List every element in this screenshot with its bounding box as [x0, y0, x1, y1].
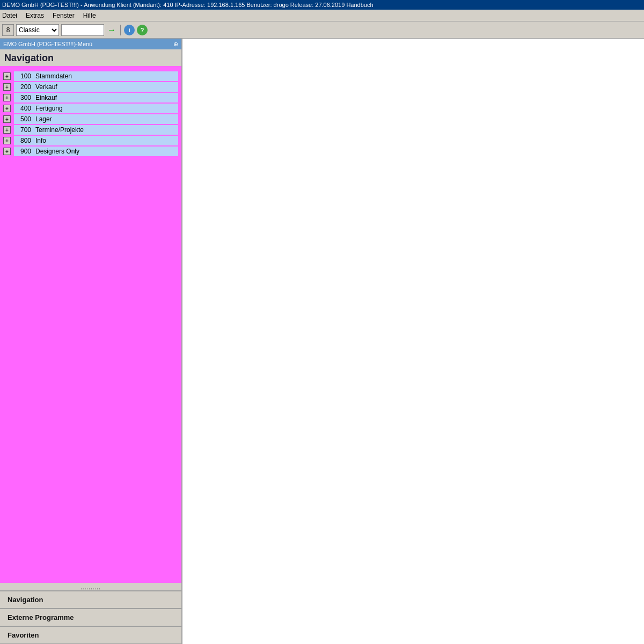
nav-item-label: Info [33, 137, 46, 144]
expand-icon[interactable]: + [3, 148, 11, 155]
sidebar-nav-title: Navigation [0, 49, 181, 66]
nav-item[interactable]: +200Verkauf [3, 82, 178, 92]
nav-item-number: 200 [16, 83, 33, 91]
nav-item-label: Einkauf [33, 94, 57, 101]
nav-item-number: 700 [16, 126, 33, 134]
title-bar-text: DEMO GmbH (PDG-TEST!!!) - Anwendung Klie… [2, 2, 374, 8]
info-button[interactable]: i [124, 25, 135, 35]
nav-item-row[interactable]: 500Lager [14, 114, 178, 124]
nav-item-row[interactable]: 700Termine/Projekte [14, 125, 178, 135]
menu-extras[interactable]: Extras [26, 12, 44, 19]
title-bar: DEMO GmbH (PDG-TEST!!!) - Anwendung Klie… [0, 0, 644, 10]
expand-icon[interactable]: + [3, 83, 11, 91]
nav-item-number: 500 [16, 115, 33, 123]
content-area [182, 39, 644, 644]
sidebar-header: EMO GmbH (PDG-TEST!!!)-Menü ⊕ [0, 39, 181, 49]
pin-icon[interactable]: ⊕ [173, 41, 178, 48]
expand-icon[interactable]: + [3, 137, 11, 144]
go-arrow[interactable]: → [106, 25, 117, 35]
nav-item-label: Termine/Projekte [33, 126, 84, 134]
nav-item-label: Designers Only [33, 148, 79, 155]
nav-input[interactable] [61, 24, 104, 36]
expand-icon[interactable]: + [3, 94, 11, 101]
expand-icon[interactable]: + [3, 115, 11, 123]
nav-item-number: 100 [16, 72, 33, 80]
help-button[interactable]: ? [137, 25, 148, 35]
menu-fenster[interactable]: Fenster [53, 12, 75, 19]
nav-item-row[interactable]: 400Fertigung [14, 104, 178, 113]
nav-item-number: 900 [16, 148, 33, 155]
nav-item[interactable]: +900Designers Only [3, 147, 178, 156]
expand-icon[interactable]: + [3, 72, 11, 80]
nav-item-row[interactable]: 100Stammdaten [14, 71, 178, 81]
menu-hilfe[interactable]: Hilfe [83, 12, 96, 19]
expand-icon[interactable]: + [3, 126, 11, 134]
splitter[interactable]: ,,,,,,,,,, [0, 583, 181, 590]
tab-favoriten[interactable]: Favoriten [0, 626, 181, 644]
tab-navigation[interactable]: Navigation [0, 591, 181, 609]
expand-icon[interactable]: + [3, 105, 11, 112]
sidebar: EMO GmbH (PDG-TEST!!!)-Menü ⊕ Navigation… [0, 39, 182, 644]
sidebar-header-title: EMO GmbH (PDG-TEST!!!)-Menü [3, 41, 92, 47]
nav-panel: +100Stammdaten+200Verkauf+300Einkauf+400… [0, 66, 181, 583]
toolbar-app-icon[interactable]: 8 [2, 24, 14, 36]
nav-item-label: Lager [33, 115, 52, 123]
nav-item-label: Fertigung [33, 105, 63, 112]
nav-item[interactable]: +300Einkauf [3, 93, 178, 103]
nav-item[interactable]: +800Info [3, 136, 178, 145]
sidebar-bottom: Navigation Externe Programme Favoriten [0, 590, 181, 644]
nav-item-label: Stammdaten [33, 72, 72, 80]
nav-item[interactable]: +700Termine/Projekte [3, 125, 178, 135]
nav-item-row[interactable]: 900Designers Only [14, 147, 178, 156]
view-select[interactable]: Classic [16, 24, 59, 36]
nav-item-number: 300 [16, 94, 33, 101]
toolbar-divider [120, 25, 121, 35]
nav-item-label: Verkauf [33, 83, 57, 91]
nav-item-row[interactable]: 300Einkauf [14, 93, 178, 103]
nav-item-number: 800 [16, 137, 33, 144]
main-layout: EMO GmbH (PDG-TEST!!!)-Menü ⊕ Navigation… [0, 39, 644, 644]
menu-datei[interactable]: Datei [2, 12, 17, 19]
nav-item-number: 400 [16, 105, 33, 112]
tab-externe-programme[interactable]: Externe Programme [0, 609, 181, 626]
nav-item[interactable]: +100Stammdaten [3, 71, 178, 81]
nav-item-row[interactable]: 800Info [14, 136, 178, 145]
nav-item[interactable]: +500Lager [3, 114, 178, 124]
menu-bar: Datei Extras Fenster Hilfe [0, 10, 644, 21]
toolbar: 8 Classic → i ? [0, 21, 644, 39]
nav-item-row[interactable]: 200Verkauf [14, 82, 178, 92]
nav-item[interactable]: +400Fertigung [3, 104, 178, 113]
